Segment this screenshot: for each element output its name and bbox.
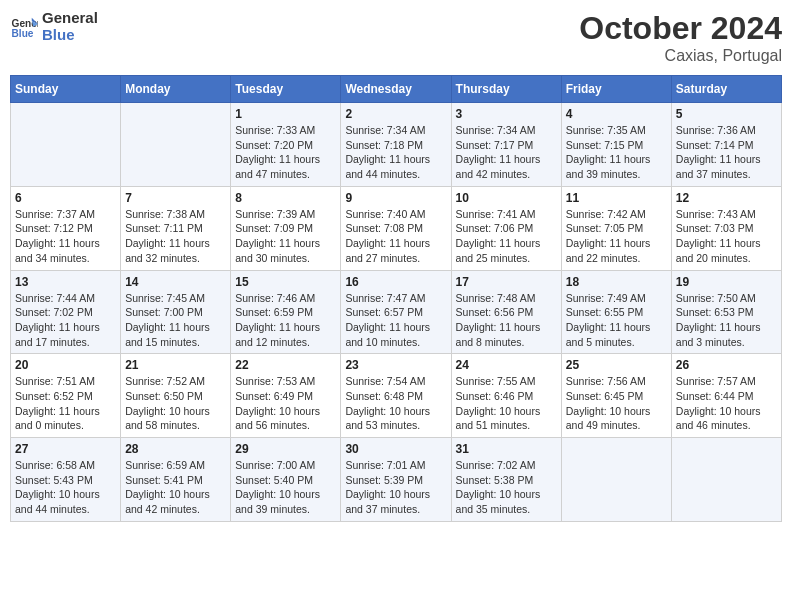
day-info: Sunrise: 7:01 AMSunset: 5:39 PMDaylight:…	[345, 458, 446, 517]
calendar-cell: 30Sunrise: 7:01 AMSunset: 5:39 PMDayligh…	[341, 438, 451, 522]
calendar-cell	[671, 438, 781, 522]
day-number: 10	[456, 191, 557, 205]
svg-text:Blue: Blue	[12, 28, 34, 39]
calendar-cell: 13Sunrise: 7:44 AMSunset: 7:02 PMDayligh…	[11, 270, 121, 354]
day-number: 14	[125, 275, 226, 289]
calendar-cell: 12Sunrise: 7:43 AMSunset: 7:03 PMDayligh…	[671, 186, 781, 270]
day-number: 7	[125, 191, 226, 205]
day-number: 25	[566, 358, 667, 372]
day-number: 11	[566, 191, 667, 205]
calendar-cell: 1Sunrise: 7:33 AMSunset: 7:20 PMDaylight…	[231, 103, 341, 187]
day-info: Sunrise: 7:51 AMSunset: 6:52 PMDaylight:…	[15, 374, 116, 433]
weekday-header-thursday: Thursday	[451, 76, 561, 103]
day-info: Sunrise: 7:48 AMSunset: 6:56 PMDaylight:…	[456, 291, 557, 350]
calendar-cell: 31Sunrise: 7:02 AMSunset: 5:38 PMDayligh…	[451, 438, 561, 522]
day-info: Sunrise: 7:41 AMSunset: 7:06 PMDaylight:…	[456, 207, 557, 266]
calendar-cell: 14Sunrise: 7:45 AMSunset: 7:00 PMDayligh…	[121, 270, 231, 354]
day-number: 6	[15, 191, 116, 205]
calendar-cell	[121, 103, 231, 187]
day-number: 31	[456, 442, 557, 456]
calendar-cell: 21Sunrise: 7:52 AMSunset: 6:50 PMDayligh…	[121, 354, 231, 438]
day-info: Sunrise: 7:49 AMSunset: 6:55 PMDaylight:…	[566, 291, 667, 350]
calendar-cell: 6Sunrise: 7:37 AMSunset: 7:12 PMDaylight…	[11, 186, 121, 270]
weekday-header-saturday: Saturday	[671, 76, 781, 103]
day-info: Sunrise: 7:43 AMSunset: 7:03 PMDaylight:…	[676, 207, 777, 266]
calendar-cell: 18Sunrise: 7:49 AMSunset: 6:55 PMDayligh…	[561, 270, 671, 354]
calendar-cell: 17Sunrise: 7:48 AMSunset: 6:56 PMDayligh…	[451, 270, 561, 354]
calendar-cell: 22Sunrise: 7:53 AMSunset: 6:49 PMDayligh…	[231, 354, 341, 438]
day-number: 19	[676, 275, 777, 289]
day-number: 27	[15, 442, 116, 456]
day-number: 9	[345, 191, 446, 205]
weekday-header-tuesday: Tuesday	[231, 76, 341, 103]
day-info: Sunrise: 6:58 AMSunset: 5:43 PMDaylight:…	[15, 458, 116, 517]
weekday-header-monday: Monday	[121, 76, 231, 103]
day-info: Sunrise: 6:59 AMSunset: 5:41 PMDaylight:…	[125, 458, 226, 517]
calendar-cell: 24Sunrise: 7:55 AMSunset: 6:46 PMDayligh…	[451, 354, 561, 438]
day-number: 23	[345, 358, 446, 372]
weekday-header-wednesday: Wednesday	[341, 76, 451, 103]
calendar-cell: 25Sunrise: 7:56 AMSunset: 6:45 PMDayligh…	[561, 354, 671, 438]
day-info: Sunrise: 7:52 AMSunset: 6:50 PMDaylight:…	[125, 374, 226, 433]
day-number: 5	[676, 107, 777, 121]
day-number: 17	[456, 275, 557, 289]
day-number: 30	[345, 442, 446, 456]
day-info: Sunrise: 7:44 AMSunset: 7:02 PMDaylight:…	[15, 291, 116, 350]
calendar-cell: 5Sunrise: 7:36 AMSunset: 7:14 PMDaylight…	[671, 103, 781, 187]
calendar-cell: 11Sunrise: 7:42 AMSunset: 7:05 PMDayligh…	[561, 186, 671, 270]
day-number: 24	[456, 358, 557, 372]
calendar-cell: 29Sunrise: 7:00 AMSunset: 5:40 PMDayligh…	[231, 438, 341, 522]
calendar-cell: 15Sunrise: 7:46 AMSunset: 6:59 PMDayligh…	[231, 270, 341, 354]
month-title: October 2024	[579, 10, 782, 47]
day-info: Sunrise: 7:54 AMSunset: 6:48 PMDaylight:…	[345, 374, 446, 433]
day-info: Sunrise: 7:37 AMSunset: 7:12 PMDaylight:…	[15, 207, 116, 266]
day-info: Sunrise: 7:53 AMSunset: 6:49 PMDaylight:…	[235, 374, 336, 433]
day-info: Sunrise: 7:00 AMSunset: 5:40 PMDaylight:…	[235, 458, 336, 517]
day-number: 12	[676, 191, 777, 205]
day-info: Sunrise: 7:35 AMSunset: 7:15 PMDaylight:…	[566, 123, 667, 182]
calendar-cell: 9Sunrise: 7:40 AMSunset: 7:08 PMDaylight…	[341, 186, 451, 270]
day-number: 3	[456, 107, 557, 121]
calendar-cell: 4Sunrise: 7:35 AMSunset: 7:15 PMDaylight…	[561, 103, 671, 187]
day-number: 4	[566, 107, 667, 121]
day-number: 13	[15, 275, 116, 289]
calendar-cell: 16Sunrise: 7:47 AMSunset: 6:57 PMDayligh…	[341, 270, 451, 354]
day-info: Sunrise: 7:36 AMSunset: 7:14 PMDaylight:…	[676, 123, 777, 182]
location: Caxias, Portugal	[579, 47, 782, 65]
day-info: Sunrise: 7:33 AMSunset: 7:20 PMDaylight:…	[235, 123, 336, 182]
day-info: Sunrise: 7:47 AMSunset: 6:57 PMDaylight:…	[345, 291, 446, 350]
logo: General Blue General Blue	[10, 10, 98, 43]
day-info: Sunrise: 7:40 AMSunset: 7:08 PMDaylight:…	[345, 207, 446, 266]
day-number: 1	[235, 107, 336, 121]
day-number: 18	[566, 275, 667, 289]
logo-icon: General Blue	[10, 13, 38, 41]
day-info: Sunrise: 7:46 AMSunset: 6:59 PMDaylight:…	[235, 291, 336, 350]
day-info: Sunrise: 7:56 AMSunset: 6:45 PMDaylight:…	[566, 374, 667, 433]
day-info: Sunrise: 7:34 AMSunset: 7:18 PMDaylight:…	[345, 123, 446, 182]
logo-general: General	[42, 9, 98, 26]
day-number: 20	[15, 358, 116, 372]
calendar-cell: 20Sunrise: 7:51 AMSunset: 6:52 PMDayligh…	[11, 354, 121, 438]
logo-blue: Blue	[42, 26, 75, 43]
day-number: 2	[345, 107, 446, 121]
day-number: 8	[235, 191, 336, 205]
day-number: 26	[676, 358, 777, 372]
day-info: Sunrise: 7:55 AMSunset: 6:46 PMDaylight:…	[456, 374, 557, 433]
calendar-cell: 27Sunrise: 6:58 AMSunset: 5:43 PMDayligh…	[11, 438, 121, 522]
calendar-cell: 3Sunrise: 7:34 AMSunset: 7:17 PMDaylight…	[451, 103, 561, 187]
day-info: Sunrise: 7:45 AMSunset: 7:00 PMDaylight:…	[125, 291, 226, 350]
calendar-cell: 23Sunrise: 7:54 AMSunset: 6:48 PMDayligh…	[341, 354, 451, 438]
calendar-table: SundayMondayTuesdayWednesdayThursdayFrid…	[10, 75, 782, 522]
day-info: Sunrise: 7:02 AMSunset: 5:38 PMDaylight:…	[456, 458, 557, 517]
calendar-cell: 28Sunrise: 6:59 AMSunset: 5:41 PMDayligh…	[121, 438, 231, 522]
day-number: 29	[235, 442, 336, 456]
calendar-cell: 10Sunrise: 7:41 AMSunset: 7:06 PMDayligh…	[451, 186, 561, 270]
calendar-cell: 7Sunrise: 7:38 AMSunset: 7:11 PMDaylight…	[121, 186, 231, 270]
day-number: 21	[125, 358, 226, 372]
calendar-cell: 19Sunrise: 7:50 AMSunset: 6:53 PMDayligh…	[671, 270, 781, 354]
weekday-header-sunday: Sunday	[11, 76, 121, 103]
calendar-cell: 26Sunrise: 7:57 AMSunset: 6:44 PMDayligh…	[671, 354, 781, 438]
day-number: 28	[125, 442, 226, 456]
calendar-cell	[561, 438, 671, 522]
day-info: Sunrise: 7:50 AMSunset: 6:53 PMDaylight:…	[676, 291, 777, 350]
